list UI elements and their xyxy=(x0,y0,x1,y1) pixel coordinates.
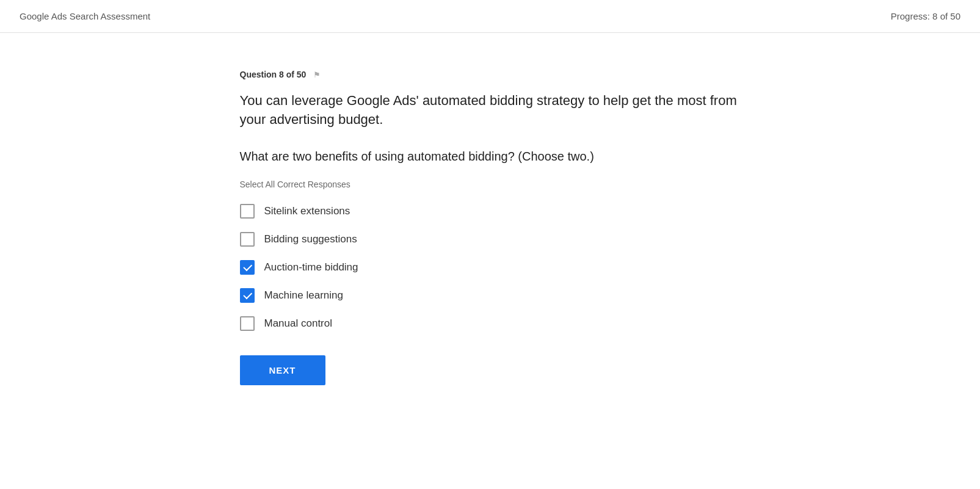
main-content: Question 8 of 50 ⚑ You can leverage Goog… xyxy=(216,70,765,385)
option-label: Auction-time bidding xyxy=(264,261,358,273)
list-item[interactable]: Manual control xyxy=(240,316,741,331)
checkbox-auction-time[interactable] xyxy=(240,260,255,275)
list-item[interactable]: Bidding suggestions xyxy=(240,232,741,247)
question-text: What are two benefits of using automated… xyxy=(240,148,741,165)
select-all-label: Select All Correct Responses xyxy=(240,179,741,189)
question-number: Question 8 of 50 xyxy=(240,70,307,79)
option-label: Machine learning xyxy=(264,289,343,302)
list-item[interactable]: Machine learning xyxy=(240,288,741,303)
options-list: Sitelink extensions Bidding suggestions … xyxy=(240,204,741,331)
question-meta: Question 8 of 50 ⚑ xyxy=(240,70,741,79)
page-header: Google Ads Search Assessment Progress: 8… xyxy=(0,0,980,33)
option-label: Manual control xyxy=(264,317,333,330)
option-label: Bidding suggestions xyxy=(264,233,357,245)
bookmark-label: ⚑ xyxy=(313,70,321,79)
list-item[interactable]: Sitelink extensions xyxy=(240,204,741,219)
checkbox-machine-learning[interactable] xyxy=(240,288,255,303)
option-label: Sitelink extensions xyxy=(264,205,350,217)
progress-indicator: Progress: 8 of 50 xyxy=(891,11,960,21)
list-item[interactable]: Auction-time bidding xyxy=(240,260,741,275)
checkbox-sitelink[interactable] xyxy=(240,204,255,219)
checkbox-bidding-suggestions[interactable] xyxy=(240,232,255,247)
question-context: You can leverage Google Ads' automated b… xyxy=(240,92,741,129)
next-button[interactable]: NEXT xyxy=(240,355,325,385)
checkbox-manual-control[interactable] xyxy=(240,316,255,331)
app-title: Google Ads Search Assessment xyxy=(20,11,150,21)
